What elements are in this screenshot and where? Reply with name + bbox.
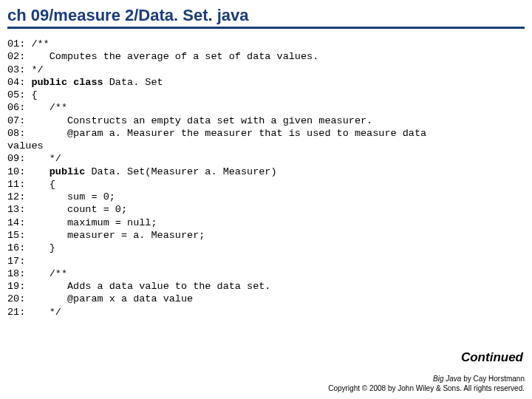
lineno: 10:	[7, 166, 25, 177]
lineno: 21:	[7, 307, 25, 318]
code: Adds a data value to the data set.	[25, 281, 270, 292]
lineno: 15:	[7, 230, 25, 241]
code-listing: 01: /** 02: Computes the average of a se…	[7, 38, 532, 318]
continued-label: Continued	[461, 350, 523, 365]
book-author: by Cay Horstmann	[461, 375, 525, 383]
lineno: 12:	[7, 191, 25, 202]
lineno: 16:	[7, 242, 25, 253]
page-title: ch 09/measure 2/Data. Set. java	[7, 6, 525, 25]
book-credit: Big Java by Cay Horstmann	[328, 374, 525, 383]
code: /**	[25, 268, 67, 279]
copyright: Copyright © 2008 by John Wiley & Sons. A…	[328, 383, 525, 393]
code: Computes the average of a set of data va…	[25, 51, 318, 62]
lineno: 18:	[7, 268, 25, 279]
footer: Big Java by Cay Horstmann Copyright © 20…	[328, 374, 525, 393]
lineno: 01:	[7, 38, 25, 50]
lineno: 14:	[7, 217, 25, 228]
code: Data. Set(Measurer a. Measurer)	[85, 166, 276, 177]
keyword-public: public	[31, 77, 67, 88]
lineno: 13:	[7, 204, 25, 215]
code: Constructs an empty data set with a give…	[25, 115, 372, 126]
code: @param x a data value	[25, 293, 193, 304]
lineno: 03:	[7, 64, 25, 75]
lineno: 02:	[7, 51, 25, 62]
code: */	[25, 307, 61, 318]
code: }	[25, 242, 55, 253]
code: values	[7, 140, 44, 151]
lineno: 07:	[7, 115, 25, 126]
lineno: 11:	[7, 179, 25, 190]
slide-header: ch 09/measure 2/Data. Set. java	[7, 6, 525, 29]
code: count = 0;	[25, 204, 127, 215]
lineno: 19:	[7, 281, 25, 292]
code: measurer = a. Measurer;	[25, 230, 205, 241]
code: sum = 0;	[25, 191, 115, 202]
code: @param a. Measurer the measurer that is …	[25, 128, 426, 139]
lineno: 09:	[7, 153, 25, 164]
lineno: 17:	[7, 256, 25, 267]
lineno: 06:	[7, 102, 25, 113]
keyword-class: class	[73, 77, 103, 88]
code: /**	[25, 102, 67, 113]
lineno: 05:	[7, 89, 25, 100]
lineno: 08:	[7, 128, 25, 139]
lineno: 20:	[7, 293, 25, 304]
code: Data. Set	[103, 77, 163, 88]
code: */	[25, 153, 61, 164]
book-title: Big Java	[433, 375, 461, 383]
code	[67, 77, 73, 88]
code: /**	[25, 38, 49, 50]
code	[25, 166, 49, 177]
keyword-public: public	[50, 166, 86, 177]
code: maximum = null;	[25, 217, 157, 228]
code: {	[25, 179, 55, 190]
code: */	[25, 64, 43, 75]
lineno: 04:	[7, 77, 25, 88]
code: {	[25, 89, 37, 100]
